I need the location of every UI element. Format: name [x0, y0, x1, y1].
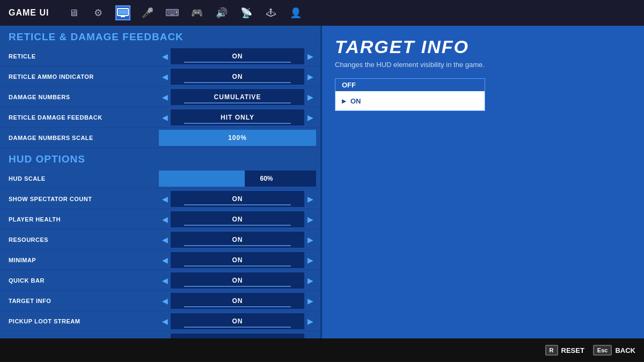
arrow-left-pickup-loot[interactable]: ◀	[159, 312, 171, 330]
value-quickbar: ON	[171, 272, 304, 289]
nav-icon-monitor[interactable]: 🖥	[66, 5, 81, 20]
value-target-info: ON	[171, 293, 304, 309]
arrow-right-quickbar[interactable]: ▶	[304, 271, 316, 290]
nav-icon-audio[interactable]: 🔊	[214, 5, 229, 20]
arrow-left-minimap[interactable]: ◀	[159, 251, 171, 269]
back-button[interactable]: Esc BACK	[593, 345, 635, 356]
value-hud-scale: 60%	[245, 171, 288, 187]
option-label-on: ON	[350, 97, 361, 105]
arrow-left-quickbar[interactable]: ◀	[159, 271, 171, 290]
arrow-right-damage-numbers[interactable]: ▶	[304, 88, 316, 106]
value-reticle-ammo: ON	[171, 69, 304, 85]
control-hud-scale: 60%	[159, 171, 316, 187]
arrow-right-player-health[interactable]: ▶	[304, 210, 316, 228]
arrow-left-target-info[interactable]: ◀	[159, 292, 171, 310]
nav-icon-network[interactable]: 📡	[239, 5, 254, 20]
setting-row-damage-scale: DAMAGE NUMBERS SCALE 100%	[0, 128, 320, 148]
option-arrow-icon: ▶	[342, 98, 346, 104]
svg-rect-1	[119, 10, 127, 14]
control-minimap: ◀ ON ▶	[159, 251, 316, 269]
back-label: BACK	[615, 346, 635, 354]
setting-row-spectator: SHOW SPECTATOR COUNT ◀ ON ▶	[0, 189, 320, 209]
arrow-left-player-health[interactable]: ◀	[159, 210, 171, 228]
nav-icon-settings[interactable]: ⚙	[91, 5, 106, 20]
label-spectator: SHOW SPECTATOR COUNT	[9, 196, 159, 202]
value-damage-scale: 100%	[159, 130, 316, 146]
setting-row-reticle-ammo: RETICLE AMMO INDICATOR ◀ ON ▶	[0, 67, 320, 87]
top-nav: GAME UI 🖥 ⚙ 🎤 ⌨ 🎮 🔊 📡 🕹 👤	[0, 0, 644, 26]
setting-row-reticle: RETICLE ◀ ON ▶	[0, 46, 320, 67]
arrow-left-resources[interactable]: ◀	[159, 231, 171, 249]
reset-button[interactable]: R RESET	[545, 345, 584, 356]
reset-label: RESET	[561, 346, 584, 354]
label-resources: RESOURCES	[9, 237, 159, 243]
section-header-hud: HUD OPTIONS	[0, 148, 320, 168]
nav-icon-keyboard[interactable]: ⌨	[165, 5, 180, 20]
label-quickbar: QUICK BAR	[9, 277, 159, 284]
right-panel: TARGET INFO Changes the HUD element visi…	[322, 26, 644, 362]
arrow-right-target-info[interactable]: ▶	[304, 292, 316, 310]
arrow-right-reticle-ammo[interactable]: ▶	[304, 68, 316, 86]
arrow-left-damage-numbers[interactable]: ◀	[159, 88, 171, 106]
control-quickbar: ◀ ON ▶	[159, 271, 316, 290]
arrow-right-pickup-loot[interactable]: ▶	[304, 312, 316, 330]
setting-row-reticle-damage: RETICLE DAMAGE FEEDBACK ◀ HIT ONLY ▶	[0, 107, 320, 128]
control-damage-numbers: ◀ CUMULATIVE ▶	[159, 88, 316, 106]
setting-row-resources: RESOURCES ◀ ON ▶	[0, 230, 320, 250]
option-item-on[interactable]: ▶ ON	[335, 91, 485, 110]
control-target-info: ◀ ON ▶	[159, 292, 316, 310]
nav-icon-gamepad[interactable]: 🕹	[264, 5, 279, 20]
value-pickup-loot: ON	[171, 313, 304, 329]
arrow-right-reticle-damage[interactable]: ▶	[304, 108, 316, 127]
nav-icon-gameui[interactable]	[115, 5, 130, 20]
label-damage-scale: DAMAGE NUMBERS SCALE	[9, 135, 159, 141]
nav-icon-controller[interactable]: 🎮	[189, 5, 204, 20]
svg-rect-2	[121, 16, 125, 17]
label-damage-numbers: DAMAGE NUMBERS	[9, 94, 159, 100]
arrow-right-reticle[interactable]: ▶	[304, 47, 316, 65]
value-reticle-damage: HIT ONLY	[171, 109, 304, 125]
right-panel-title: TARGET INFO	[335, 36, 631, 57]
main-content: RETICLE & DAMAGE FEEDBACK RETICLE ◀ ON ▶…	[0, 26, 644, 362]
nav-icons: 🖥 ⚙ 🎤 ⌨ 🎮 🔊 📡 🕹 👤	[66, 5, 303, 20]
setting-row-pickup-loot: PICKUP LOOT STREAM ◀ ON ▶	[0, 311, 320, 331]
control-reticle-damage: ◀ HIT ONLY ▶	[159, 108, 316, 127]
left-panel: RETICLE & DAMAGE FEEDBACK RETICLE ◀ ON ▶…	[0, 26, 322, 362]
arrow-right-resources[interactable]: ▶	[304, 231, 316, 249]
control-reticle: ◀ ON ▶	[159, 47, 316, 65]
control-reticle-ammo: ◀ ON ▶	[159, 68, 316, 86]
value-player-health: ON	[171, 211, 304, 227]
control-spectator: ◀ ON ▶	[159, 190, 316, 208]
setting-row-player-health: PLAYER HEALTH ◀ ON ▶	[0, 209, 320, 230]
arrow-right-minimap[interactable]: ▶	[304, 251, 316, 269]
value-damage-numbers: CUMULATIVE	[171, 89, 304, 105]
options-list: OFF ▶ ON	[335, 78, 485, 111]
app-title: GAME UI	[9, 8, 49, 18]
control-player-health: ◀ ON ▶	[159, 210, 316, 228]
arrow-left-reticle-ammo[interactable]: ◀	[159, 68, 171, 86]
reset-key: R	[545, 345, 558, 356]
arrow-left-reticle[interactable]: ◀	[159, 47, 171, 65]
nav-icon-account[interactable]: 👤	[288, 5, 303, 20]
value-spectator: ON	[171, 191, 304, 207]
control-resources: ◀ ON ▶	[159, 231, 316, 249]
arrow-left-spectator[interactable]: ◀	[159, 190, 171, 208]
value-resources: ON	[171, 232, 304, 248]
arrow-right-spectator[interactable]: ▶	[304, 190, 316, 208]
setting-row-damage-numbers: DAMAGE NUMBERS ◀ CUMULATIVE ▶	[0, 87, 320, 107]
nav-icon-mic[interactable]: 🎤	[140, 5, 155, 20]
control-pickup-loot: ◀ ON ▶	[159, 312, 316, 330]
label-hud-scale: HUD SCALE	[9, 175, 159, 182]
label-reticle: RETICLE	[9, 53, 159, 60]
label-target-info: TARGET INFO	[9, 298, 159, 304]
label-reticle-ammo: RETICLE AMMO INDICATOR	[9, 73, 159, 80]
label-pickup-loot: PICKUP LOOT STREAM	[9, 318, 159, 324]
setting-row-minimap: MINIMAP ◀ ON ▶	[0, 250, 320, 270]
bottom-bar: R RESET Esc BACK	[0, 338, 644, 362]
arrow-left-reticle-damage[interactable]: ◀	[159, 108, 171, 127]
back-key: Esc	[593, 345, 612, 356]
setting-row-target-info: TARGET INFO ◀ ON ▶	[0, 291, 320, 311]
control-damage-scale: 100%	[159, 130, 316, 146]
option-label-off: OFF	[335, 79, 485, 89]
value-reticle: ON	[171, 48, 304, 64]
